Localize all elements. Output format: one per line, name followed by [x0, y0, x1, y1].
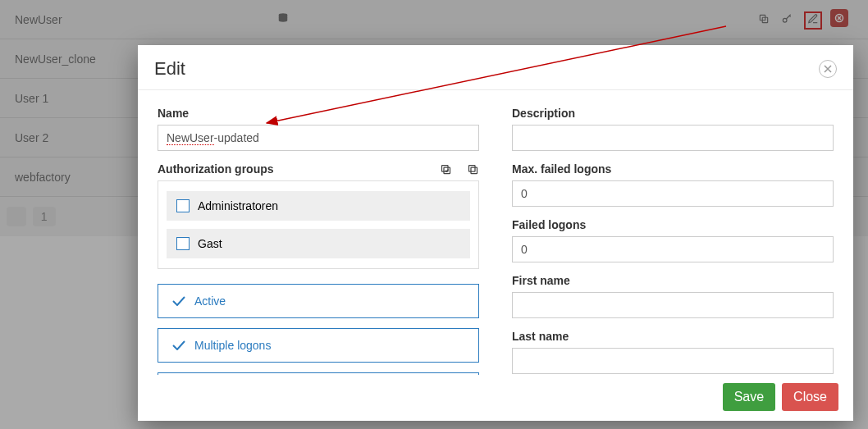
- toggle-multiple-logons[interactable]: Multiple logons: [158, 328, 479, 363]
- toggle-label: Active: [194, 294, 226, 308]
- checkbox[interactable]: [176, 199, 190, 212]
- description-label: Description: [512, 107, 834, 120]
- close-icon[interactable]: [819, 60, 837, 78]
- toggle-label: Multiple logons: [194, 339, 271, 352]
- failed-input[interactable]: [512, 236, 834, 262]
- description-input[interactable]: [512, 125, 834, 151]
- modal-title: Edit: [154, 58, 185, 80]
- name-label: Name: [158, 107, 479, 120]
- modal-footer: Save Close: [138, 375, 853, 421]
- failed-label: Failed logons: [512, 218, 834, 231]
- modal-header: Edit: [138, 45, 853, 90]
- copy-all-icon[interactable]: [440, 163, 452, 176]
- first-name-input[interactable]: [512, 292, 834, 318]
- last-name-input[interactable]: [512, 348, 834, 374]
- edit-modal: Edit Name NewUser-updated Authorization …: [138, 45, 853, 421]
- checkbox[interactable]: [176, 237, 190, 250]
- check-icon: [171, 340, 186, 350]
- first-name-label: First name: [512, 274, 834, 287]
- auth-groups-box: Administratoren Gast: [158, 180, 479, 269]
- close-button[interactable]: Close: [782, 383, 838, 411]
- save-button[interactable]: Save: [723, 383, 775, 411]
- auth-group-item[interactable]: Administratoren: [167, 191, 470, 221]
- toggle-active[interactable]: Active: [158, 284, 479, 318]
- last-name-label: Last name: [512, 330, 834, 343]
- max-failed-input[interactable]: [512, 180, 834, 207]
- name-input[interactable]: NewUser-updated: [158, 125, 479, 151]
- auth-group-item[interactable]: Gast: [167, 229, 470, 258]
- max-failed-label: Max. failed logons: [512, 162, 834, 176]
- copy-icon[interactable]: [467, 163, 479, 176]
- toggle-log-activities[interactable]: Log activities: [158, 372, 479, 375]
- auth-group-label: Administratoren: [198, 199, 278, 212]
- check-icon: [171, 296, 186, 306]
- auth-groups-label: Authorization groups: [158, 162, 274, 176]
- name-value-part2: -updated: [214, 131, 259, 144]
- svg-rect-7: [471, 167, 477, 174]
- auth-group-label: Gast: [198, 237, 222, 250]
- name-value-part1: NewUser: [167, 131, 214, 145]
- modal-body: Name NewUser-updated Authorization group…: [138, 90, 853, 375]
- svg-rect-8: [469, 165, 476, 171]
